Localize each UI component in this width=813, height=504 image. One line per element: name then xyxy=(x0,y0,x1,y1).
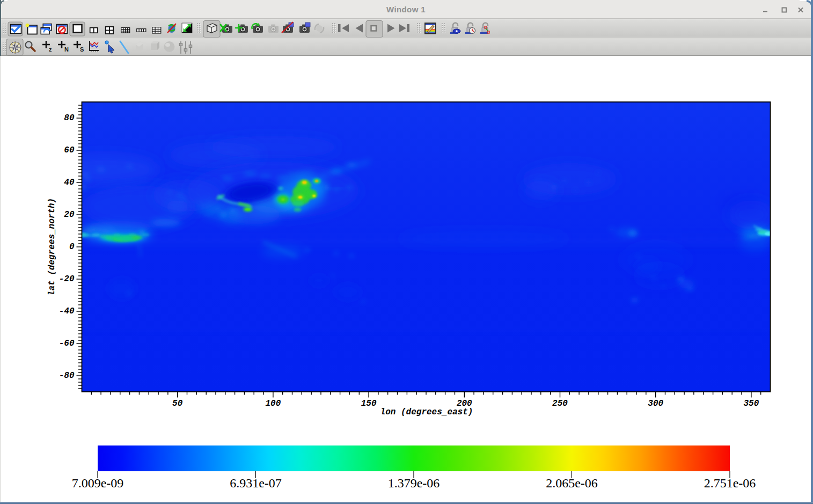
svg-text:2.751e-06: 2.751e-06 xyxy=(704,476,756,490)
svg-text:350: 350 xyxy=(743,399,759,408)
svg-text:-60: -60 xyxy=(59,339,75,348)
svg-text:-80: -80 xyxy=(59,371,75,381)
svg-text:0: 0 xyxy=(69,242,75,252)
svg-text:-40: -40 xyxy=(59,306,75,316)
svg-text:7.009e-09: 7.009e-09 xyxy=(72,476,124,490)
svg-text:300: 300 xyxy=(648,399,663,408)
svg-text:z: z xyxy=(49,46,52,53)
svg-text:-20: -20 xyxy=(59,274,75,284)
svg-text:6.931e-07: 6.931e-07 xyxy=(230,476,282,490)
svg-text:2.065e-06: 2.065e-06 xyxy=(546,476,598,490)
svg-text:S: S xyxy=(80,46,84,53)
svg-text:250: 250 xyxy=(552,399,568,408)
svg-text:lon (degrees_east): lon (degrees_east) xyxy=(380,407,473,417)
svg-text:N: N xyxy=(64,46,69,53)
svg-text:40: 40 xyxy=(64,178,75,187)
svg-text:50: 50 xyxy=(172,399,183,408)
svg-text:100: 100 xyxy=(265,399,281,408)
svg-text:60: 60 xyxy=(64,145,75,155)
svg-text:150: 150 xyxy=(361,399,377,408)
svg-text:1.379e-06: 1.379e-06 xyxy=(388,476,440,490)
svg-text:80: 80 xyxy=(64,113,75,123)
svg-text:lat (degrees_north): lat (degrees_north) xyxy=(47,198,57,296)
svg-text:20: 20 xyxy=(64,210,75,220)
